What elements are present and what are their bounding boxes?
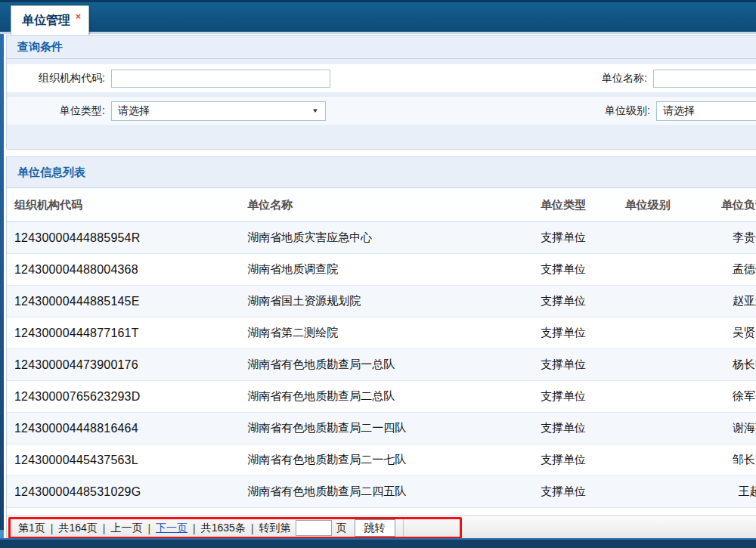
separator: | bbox=[251, 522, 254, 534]
chevron-down-icon: ▼ bbox=[311, 107, 319, 114]
column-header: 单位名称 bbox=[246, 188, 522, 222]
total-pages-label: 共164页 bbox=[58, 522, 97, 535]
table-cell: 孟德保 bbox=[691, 254, 756, 286]
unit-type-select[interactable]: 请选择 ▼ bbox=[111, 101, 326, 121]
unit-list-panel: 单位信息列表 组织机构代码单位名称单位类型单位级别单位负责人 124300004… bbox=[6, 156, 756, 540]
table-cell: 124300004473900176 bbox=[7, 349, 246, 381]
table-cell: 湖南省地质调查院 bbox=[246, 254, 522, 286]
table-cell: 支撑单位 bbox=[522, 222, 604, 254]
table-cell: 12430000448531029G bbox=[7, 476, 246, 508]
table-cell: 王超 bbox=[691, 476, 756, 508]
table-cell: 湖南省国土资源规划院 bbox=[246, 286, 522, 317]
table-cell: 李贵仁 bbox=[691, 222, 756, 254]
table-cell: 吴贤良 bbox=[691, 317, 756, 349]
table-cell bbox=[605, 413, 691, 444]
unit-level-select[interactable]: 请选择 bbox=[656, 101, 756, 121]
tab-title: 单位管理 bbox=[22, 13, 70, 29]
table-cell: 12430000444877161T bbox=[7, 317, 246, 349]
table-row[interactable]: 124300004488004368湖南省地质调查院支撑单位孟德保 bbox=[7, 254, 756, 286]
table-cell bbox=[605, 286, 691, 317]
table-cell: 12430000765623293D bbox=[7, 381, 246, 413]
separator: | bbox=[103, 522, 106, 534]
unit-type-label: 单位类型: bbox=[7, 104, 111, 118]
table-row[interactable]: 12430000444877161T湖南省第二测绘院支撑单位吴贤良 bbox=[7, 317, 756, 349]
next-page-link[interactable]: 下一页 bbox=[156, 522, 187, 535]
pagination-bar: 第1页 | 共164页 | 上一页 | 下一页 | 共1635条 | 转到第 页… bbox=[7, 515, 756, 540]
table-row[interactable]: 12430000448531029G湖南省有色地质勘查局二四五队支撑单位王超 bbox=[7, 476, 756, 508]
table-cell bbox=[605, 317, 691, 349]
table-cell bbox=[605, 222, 691, 254]
left-scrollbar-strip[interactable] bbox=[0, 34, 4, 548]
tab-strip: 单位管理 × bbox=[0, 2, 756, 34]
table-cell: 支撑单位 bbox=[522, 381, 604, 413]
table-cell: 支撑单位 bbox=[522, 444, 604, 476]
table-header-row: 组织机构代码单位名称单位类型单位级别单位负责人 bbox=[7, 188, 756, 222]
table-row[interactable]: 124300004448816464湖南省有色地质勘查局二一四队支撑单位谢海英 bbox=[7, 413, 756, 444]
table-body: 12430000444885954R湖南省地质灾害应急中心支撑单位李贵仁1243… bbox=[7, 222, 756, 540]
table-row[interactable]: 12430000765623293D湖南省有色地质勘查局二总队支撑单位徐军伟 bbox=[7, 381, 756, 413]
jump-button[interactable]: 跳转 bbox=[355, 519, 395, 537]
unit-type-selected-value: 请选择 bbox=[118, 104, 150, 118]
pagination-divider bbox=[403, 519, 404, 537]
org-code-label: 组织机构代码: bbox=[7, 72, 111, 85]
table-cell: 124300004488004368 bbox=[7, 254, 246, 286]
total-records-label: 共1635条 bbox=[201, 522, 246, 535]
unit-level-label: 单位级别: bbox=[525, 104, 656, 118]
goto-page-label: 转到第 bbox=[259, 522, 291, 535]
table-cell: 支撑单位 bbox=[522, 286, 604, 317]
org-code-input[interactable] bbox=[111, 70, 330, 88]
table-cell: 12430000444885954R bbox=[7, 222, 246, 254]
separator: | bbox=[193, 522, 196, 534]
table-cell: 支撑单位 bbox=[522, 254, 604, 286]
list-panel-title: 单位信息列表 bbox=[7, 157, 756, 188]
unit-level-selected-value: 请选择 bbox=[663, 104, 695, 118]
table-cell: 湖南省有色地质勘查局二总队 bbox=[246, 381, 522, 413]
column-header: 单位类型 bbox=[522, 188, 604, 222]
table-cell: 12430000444885145E bbox=[7, 286, 246, 317]
table-cell: 12430000445437563L bbox=[7, 444, 246, 476]
query-conditions-panel: 查询条件 组织机构代码: 单位名称: 单位类型: 请选择 ▼ 单位级别: 请选择 bbox=[6, 35, 756, 150]
table-cell bbox=[605, 349, 691, 381]
table-cell: 湖南省有色地质勘查局二一七队 bbox=[246, 444, 522, 476]
table-cell: 谢海英 bbox=[691, 413, 756, 444]
column-header: 单位负责人 bbox=[691, 188, 756, 222]
goto-page-unit-label: 页 bbox=[336, 522, 347, 535]
table-cell: 124300004448816464 bbox=[7, 413, 246, 444]
table-row[interactable]: 12430000445437563L湖南省有色地质勘查局二一七队支撑单位邹长安 bbox=[7, 444, 756, 476]
table-cell: 支撑单位 bbox=[522, 413, 604, 444]
table-cell: 湖南省有色地质勘查局二一四队 bbox=[246, 413, 522, 444]
form-row-2: 单位类型: 请选择 ▼ 单位级别: 请选择 bbox=[7, 96, 756, 125]
form-row-1: 组织机构代码: 单位名称: bbox=[7, 64, 756, 92]
table-row[interactable]: 124300004473900176湖南省有色地质勘查局一总队支撑单位杨长明 bbox=[7, 349, 756, 381]
column-header: 单位级别 bbox=[605, 188, 691, 222]
unit-table: 组织机构代码单位名称单位类型单位级别单位负责人 1243000044488595… bbox=[7, 188, 756, 540]
tab-unit-management[interactable]: 单位管理 × bbox=[11, 5, 89, 35]
table-cell: 湖南省有色地质勘查局一总队 bbox=[246, 349, 522, 381]
table-cell bbox=[605, 476, 691, 508]
table-cell: 支撑单位 bbox=[522, 349, 604, 381]
table-cell: 湖南省有色地质勘查局二四五队 bbox=[246, 476, 522, 508]
query-panel-title: 查询条件 bbox=[7, 36, 756, 59]
tab-close-icon[interactable]: × bbox=[76, 11, 81, 22]
separator: | bbox=[147, 522, 150, 534]
current-page-label: 第1页 bbox=[18, 522, 45, 535]
table-cell bbox=[605, 381, 691, 413]
goto-page-input[interactable] bbox=[296, 520, 332, 536]
table-row[interactable]: 12430000444885954R湖南省地质灾害应急中心支撑单位李贵仁 bbox=[7, 222, 756, 254]
table-cell bbox=[605, 444, 691, 476]
table-cell bbox=[605, 254, 691, 286]
table-header: 组织机构代码单位名称单位类型单位级别单位负责人 bbox=[7, 188, 756, 222]
table-cell: 徐军伟 bbox=[691, 381, 756, 413]
table-cell: 湖南省第二测绘院 bbox=[246, 317, 522, 349]
prev-page-link[interactable]: 上一页 bbox=[110, 522, 142, 535]
separator: | bbox=[51, 522, 54, 534]
table-cell: 杨长明 bbox=[691, 349, 756, 381]
column-header: 组织机构代码 bbox=[7, 188, 246, 222]
unit-name-input[interactable] bbox=[653, 70, 756, 88]
table-row[interactable]: 12430000444885145E湖南省国土资源规划院支撑单位赵亚辉 bbox=[7, 286, 756, 317]
window-bottom-bar bbox=[0, 538, 756, 548]
table-cell: 赵亚辉 bbox=[691, 286, 756, 317]
table-cell: 邹长安 bbox=[691, 444, 756, 476]
table-cell: 支撑单位 bbox=[522, 317, 604, 349]
unit-name-label: 单位名称: bbox=[522, 72, 653, 85]
